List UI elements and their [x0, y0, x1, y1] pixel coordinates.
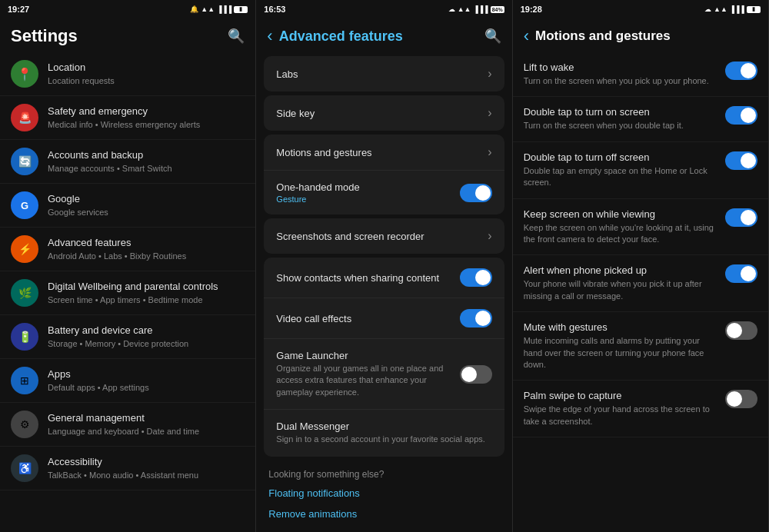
remove-animations-link[interactable]: Remove animations: [264, 504, 504, 524]
management-subtitle: Language and keyboard • Date and time: [48, 426, 245, 437]
motions-item[interactable]: Motions and gestures ›: [264, 135, 504, 171]
labs-item[interactable]: Labs ›: [264, 56, 504, 91]
battery-device-icon: 🔋: [11, 323, 38, 351]
contacts-toggle[interactable]: [460, 268, 492, 287]
onehanded-item[interactable]: One-handed mode Gesture: [264, 171, 504, 214]
search-icon[interactable]: 🔍: [228, 28, 245, 45]
settings-title: Settings: [11, 26, 78, 46]
settings-item-accessibility[interactable]: ♿ Accessibility TalkBack • Mono audio • …: [0, 447, 255, 490]
sidekey-arrow: ›: [488, 106, 491, 120]
settings-item-accounts[interactable]: 🔄 Accounts and backup Manage accounts • …: [0, 140, 255, 184]
back-button-2[interactable]: ‹: [267, 26, 272, 46]
keep-screen-on-item[interactable]: Keep screen on while viewing Keep the sc…: [513, 199, 768, 256]
videocall-item[interactable]: Video call effects: [264, 298, 504, 339]
floating-notifications-link[interactable]: Floating notifications: [264, 483, 504, 504]
labs-label: Labs: [276, 68, 298, 80]
dualmessenger-label: Dual Messenger: [276, 421, 491, 432]
google-text: Google Google services: [48, 193, 245, 218]
accounts-title: Accounts and backup: [48, 149, 245, 162]
location-icon: 📍: [11, 60, 38, 88]
wellbeing-icon: 🌿: [11, 279, 38, 307]
keep-screen-on-toggle[interactable]: [725, 208, 757, 227]
looking-section: Looking for something else? Floating not…: [264, 463, 504, 524]
double-tap-off-item[interactable]: Double tap to turn off screen Double tap…: [513, 142, 768, 199]
wellbeing-text: Digital Wellbeing and parental controls …: [48, 281, 245, 305]
settings-item-location[interactable]: 📍 Location Location requests: [0, 52, 255, 96]
gamelauncher-toggle-knob: [461, 367, 477, 382]
battery-subtitle: Storage • Memory • Device protection: [48, 338, 245, 349]
settings-list: 📍 Location Location requests 🚨 Safety an…: [0, 52, 255, 532]
wellbeing-title: Digital Wellbeing and parental controls: [48, 281, 245, 294]
double-tap-on-title: Double tap to turn on screen: [524, 106, 717, 118]
settings-item-safety[interactable]: 🚨 Safety and emergency Medical info • Wi…: [0, 96, 255, 140]
mute-gestures-item[interactable]: Mute with gestures Mute incoming calls a…: [513, 312, 768, 381]
onehanded-subtitle: Gesture: [276, 195, 359, 204]
keep-screen-on-desc: Keep the screen on while you're looking …: [524, 222, 717, 246]
status-bar-3: 19:28 ☁ ▲▲ ▐▐▐ ▮: [513, 0, 768, 18]
palm-swipe-toggle[interactable]: [725, 390, 757, 408]
double-tap-on-item[interactable]: Double tap to turn on screen Turn on the…: [513, 97, 768, 141]
settings-item-advanced[interactable]: ⚡ Advanced features Android Auto • Labs …: [0, 228, 255, 271]
search-icon-2[interactable]: 🔍: [484, 28, 501, 45]
advanced-features-panel: 16:53 ☁ ▲▲ ▐▐▐ 84% ‹ Advanced features 🔍…: [256, 0, 512, 532]
advanced-header: ‹ Advanced features 🔍: [256, 18, 511, 52]
advanced-scroll: Labs › Side key › Motions and gestures ›…: [256, 52, 511, 532]
wifi-icon: ▲▲: [201, 5, 215, 13]
alert-pickup-title: Alert when phone picked up: [524, 264, 717, 276]
lift-to-wake-item[interactable]: Lift to wake Turn on the screen when you…: [513, 52, 768, 97]
advanced-title: Advanced features: [48, 237, 245, 250]
screenshots-item[interactable]: Screenshots and screen recorder ›: [264, 218, 504, 254]
double-tap-off-toggle[interactable]: [725, 151, 757, 170]
battery-text: Battery and device care Storage • Memory…: [48, 324, 245, 349]
keep-screen-on-knob: [741, 210, 756, 225]
status-bar-2: 16:53 ☁ ▲▲ ▐▐▐ 84%: [256, 0, 511, 18]
motions-scroll: Lift to wake Turn on the screen when you…: [513, 52, 768, 532]
gamelauncher-text: Game Launcher Organize all your games al…: [276, 350, 451, 398]
advanced-icon: ⚡: [11, 235, 38, 263]
double-tap-on-knob: [741, 108, 756, 123]
settings-item-apps[interactable]: ⊞ Apps Default apps • App settings: [0, 359, 255, 403]
wellbeing-subtitle: Screen time • App timers • Bedtime mode: [48, 294, 245, 305]
settings-item-battery[interactable]: 🔋 Battery and device care Storage • Memo…: [0, 315, 255, 359]
double-tap-on-text: Double tap to turn on screen Turn on the…: [524, 106, 717, 131]
onehanded-toggle[interactable]: [460, 184, 492, 202]
wifi-icon-2: ▲▲: [458, 5, 471, 13]
sim-icon-3: ☁: [704, 5, 711, 13]
location-subtitle: Location requests: [48, 75, 245, 86]
alert-pickup-toggle[interactable]: [725, 264, 757, 283]
onehanded-toggle-knob: [475, 185, 491, 201]
accounts-text: Accounts and backup Manage accounts • Sm…: [48, 149, 245, 174]
videocall-toggle[interactable]: [460, 309, 492, 328]
settings-item-wellbeing[interactable]: 🌿 Digital Wellbeing and parental control…: [0, 271, 255, 315]
status-icons-1: 🔔 ▲▲ ▐▐▐ ▮: [190, 5, 248, 13]
location-title: Location: [48, 62, 245, 75]
settings-panel: 19:27 🔔 ▲▲ ▐▐▐ ▮ Settings 🔍 📍 Location L…: [0, 0, 256, 532]
signal-icon-3: ▐▐▐: [730, 5, 744, 13]
contacts-label: Show contacts when sharing content: [276, 272, 439, 284]
settings-item-google[interactable]: G Google Google services: [0, 184, 255, 228]
advanced-title-row: ‹ Advanced features: [267, 26, 402, 46]
labs-arrow: ›: [488, 67, 491, 81]
mute-gestures-toggle[interactable]: [725, 321, 757, 340]
management-text: General management Language and keyboard…: [48, 412, 245, 437]
double-tap-on-toggle[interactable]: [725, 106, 757, 125]
alert-pickup-text: Alert when phone picked up Your phone wi…: [524, 264, 717, 302]
dualmessenger-item[interactable]: Dual Messenger Sign in to a second accou…: [264, 410, 504, 456]
sidekey-item[interactable]: Side key ›: [264, 95, 504, 131]
gamelauncher-item[interactable]: Game Launcher Organize all your games al…: [264, 339, 504, 410]
back-button-3[interactable]: ‹: [524, 26, 529, 46]
gamelauncher-toggle[interactable]: [460, 365, 492, 384]
settings-item-management[interactable]: ⚙ General management Language and keyboa…: [0, 403, 255, 447]
battery-icon: ▮: [234, 6, 248, 13]
sharing-section: Show contacts when sharing content Video…: [264, 258, 504, 457]
palm-swipe-text: Palm swipe to capture Swipe the edge of …: [524, 390, 717, 427]
google-subtitle: Google services: [48, 207, 245, 218]
notification-icon: 🔔: [190, 5, 198, 13]
lift-to-wake-desc: Turn on the screen when you pick up your…: [524, 75, 717, 87]
status-time-3: 19:28: [521, 5, 542, 14]
gamelauncher-label: Game Launcher: [276, 350, 451, 361]
contacts-item[interactable]: Show contacts when sharing content: [264, 258, 504, 298]
palm-swipe-item[interactable]: Palm swipe to capture Swipe the edge of …: [513, 381, 768, 437]
alert-pickup-item[interactable]: Alert when phone picked up Your phone wi…: [513, 255, 768, 312]
lift-to-wake-toggle[interactable]: [725, 62, 757, 80]
